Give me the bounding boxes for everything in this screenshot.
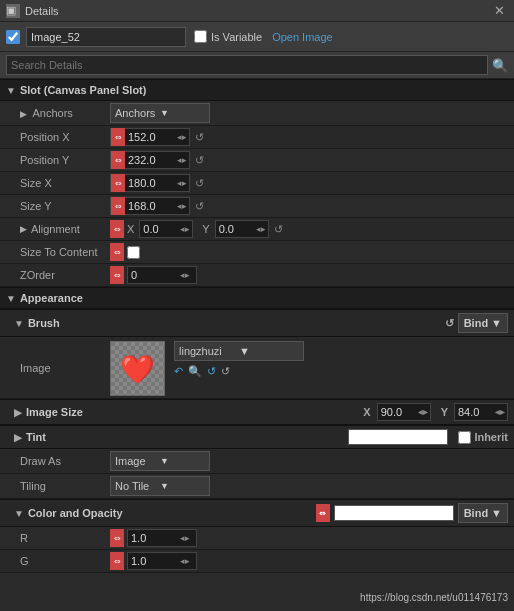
size-y-row: Size Y ⇔ ◂▸ ↺ — [0, 195, 514, 218]
image-size-x-wrap: ◂▸ — [377, 403, 431, 421]
color-arrow: ▼ — [14, 508, 24, 519]
alignment-arrow[interactable]: ▶ — [20, 224, 27, 234]
tiling-dropdown[interactable]: No Tile ▼ — [110, 476, 210, 496]
zorder-field[interactable] — [128, 266, 178, 284]
color-bind-wrap: ⇔ Bind ▼ — [316, 503, 508, 523]
appearance-section-header[interactable]: ▼ Appearance — [0, 287, 514, 309]
slot-section-header[interactable]: ▼ Slot (Canvas Panel Slot) — [0, 79, 514, 101]
color-swatch[interactable] — [334, 505, 454, 521]
g-row: G ⇔ ◂▸ — [0, 550, 514, 573]
size-x-reset[interactable]: ↺ — [193, 177, 206, 190]
size-y-reset[interactable]: ↺ — [193, 200, 206, 213]
anchors-dropdown[interactable]: Anchors ▼ — [110, 103, 210, 123]
anchors-expand-arrow[interactable]: ▶ — [20, 109, 27, 119]
tiling-arrow: ▼ — [160, 481, 205, 491]
g-field[interactable] — [128, 552, 178, 570]
position-y-input-wrap: ⇔ ◂▸ — [110, 151, 190, 169]
alignment-x-arrow: ◂▸ — [178, 224, 192, 234]
position-x-drag-icon[interactable]: ⇔ — [111, 128, 125, 146]
slot-section-label: Slot (Canvas Panel Slot) — [20, 84, 147, 96]
image-name-dropdown[interactable]: lingzhuzi ▼ — [174, 341, 304, 361]
image-name-section: lingzhuzi ▼ ↶ 🔍 ↺ ↺ — [174, 341, 304, 378]
draw-as-label: Draw As — [20, 455, 110, 467]
size-to-content-checkbox[interactable] — [127, 246, 140, 259]
alignment-drag-icon[interactable]: ⇔ — [110, 220, 124, 238]
position-x-arrow: ◂▸ — [175, 132, 189, 142]
position-y-label: Position Y — [20, 154, 110, 166]
alignment-reset[interactable]: ↺ — [272, 223, 285, 236]
draw-as-row: Draw As Image ▼ — [0, 449, 514, 474]
alignment-y-field[interactable] — [216, 220, 254, 238]
brush-bind-wrap: ↺ Bind ▼ — [445, 313, 508, 333]
size-y-drag-icon[interactable]: ⇔ — [111, 197, 125, 215]
search-input[interactable] — [6, 55, 488, 75]
tint-color-swatch[interactable] — [348, 429, 448, 445]
brush-arrow: ▼ — [14, 318, 24, 329]
draw-as-arrow: ▼ — [160, 456, 205, 466]
content-area: ▼ Slot (Canvas Panel Slot) ▶ Anchors Anc… — [0, 79, 514, 611]
size-x-label: Size X — [20, 177, 110, 189]
image-label: Image — [20, 362, 110, 374]
size-y-input-wrap: ⇔ ◂▸ — [110, 197, 190, 215]
size-x-drag-icon[interactable]: ⇔ — [111, 174, 125, 192]
anchors-label: ▶ Anchors — [20, 107, 110, 119]
tint-inherit-checkbox[interactable] — [458, 431, 471, 444]
zorder-value: ⇔ ◂▸ — [110, 266, 508, 284]
position-y-reset[interactable]: ↺ — [193, 154, 206, 167]
image-extra-icon: ↺ — [221, 365, 230, 378]
header-row: Is Variable Open Image — [0, 22, 514, 52]
close-button[interactable]: ✕ — [491, 3, 508, 18]
brush-bind-button[interactable]: Bind ▼ — [458, 313, 508, 333]
image-reset-icon[interactable]: ↺ — [207, 365, 216, 378]
image-size-y-field[interactable] — [455, 403, 493, 421]
g-input-wrap: ◂▸ — [127, 552, 197, 570]
g-drag-icon[interactable]: ⇔ — [110, 552, 124, 570]
position-y-drag-icon[interactable]: ⇔ — [111, 151, 125, 169]
position-x-reset[interactable]: ↺ — [193, 131, 206, 144]
position-y-row: Position Y ⇔ ◂▸ ↺ — [0, 149, 514, 172]
image-size-x-field[interactable] — [378, 403, 416, 421]
slot-arrow: ▼ — [6, 85, 16, 96]
image-size-label: Image Size — [26, 406, 83, 418]
image-checkbox[interactable] — [6, 30, 20, 44]
search-icon: 🔍 — [492, 58, 508, 73]
r-field[interactable] — [128, 529, 178, 547]
image-size-arrow: ▶ — [14, 407, 22, 418]
brush-section-header[interactable]: ▼ Brush ↺ Bind ▼ — [0, 309, 514, 337]
image-size-controls: X ◂▸ Y ◂▸ — [363, 403, 508, 421]
tint-header[interactable]: ▶ Tint Inherit — [0, 425, 514, 449]
size-to-content-drag[interactable]: ⇔ — [110, 243, 124, 261]
tint-controls: Inherit — [348, 429, 508, 445]
brush-bind-arrow: ▼ — [491, 317, 502, 329]
title-bar-text: Details — [25, 5, 491, 17]
alignment-x-field[interactable] — [140, 220, 178, 238]
draw-as-dropdown[interactable]: Image ▼ — [110, 451, 210, 471]
size-x-arrow: ◂▸ — [175, 178, 189, 188]
image-thumbnail[interactable]: ❤️ — [110, 341, 165, 396]
tint-arrow: ▶ — [14, 432, 22, 443]
position-x-value: ⇔ ◂▸ ↺ — [110, 128, 508, 146]
r-value: ⇔ ◂▸ — [110, 529, 508, 547]
zorder-label: ZOrder — [20, 269, 110, 281]
zorder-drag-icon[interactable]: ⇔ — [110, 266, 124, 284]
r-drag-icon[interactable]: ⇔ — [110, 529, 124, 547]
open-image-button[interactable]: Open Image — [272, 31, 333, 43]
color-section-header[interactable]: ▼ Color and Opacity ⇔ Bind ▼ — [0, 499, 514, 527]
search-bar: 🔍 — [0, 52, 514, 79]
image-browse-icon[interactable]: 🔍 — [188, 365, 202, 378]
image-size-header[interactable]: ▶ Image Size X ◂▸ Y ◂▸ — [0, 399, 514, 425]
position-x-field[interactable] — [125, 128, 175, 146]
image-name-input[interactable] — [26, 27, 186, 47]
size-y-field[interactable] — [125, 197, 175, 215]
color-bind-button[interactable]: Bind ▼ — [458, 503, 508, 523]
appearance-arrow: ▼ — [6, 293, 16, 304]
size-y-label: Size Y — [20, 200, 110, 212]
image-undo-icon[interactable]: ↶ — [174, 365, 183, 378]
position-x-row: Position X ⇔ ◂▸ ↺ — [0, 126, 514, 149]
position-y-value: ⇔ ◂▸ ↺ — [110, 151, 508, 169]
color-drag-icon[interactable]: ⇔ — [316, 504, 330, 522]
position-y-field[interactable] — [125, 151, 175, 169]
is-variable-label: Is Variable — [211, 31, 262, 43]
size-x-field[interactable] — [125, 174, 175, 192]
is-variable-checkbox[interactable] — [194, 30, 207, 43]
